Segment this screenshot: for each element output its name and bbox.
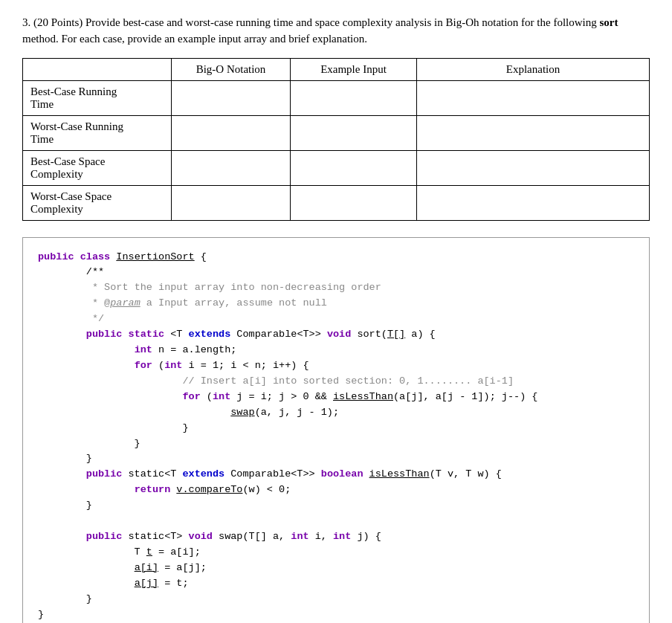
sort-keyword: sort [600,16,618,28]
col-header-bigoh: Big-O Notation [172,58,291,80]
row-explanation-worst-time [417,115,650,150]
row-label-best-space: Best-Case SpaceComplexity [23,150,172,185]
table-header-row: Big-O Notation Example Input Explanation [23,58,650,80]
question-points: (20 Points) [33,16,83,28]
table-row: Best-Case SpaceComplexity [23,150,650,185]
row-bigoh-worst-space [172,185,291,220]
row-explanation-best-time [417,80,650,115]
complexity-table: Big-O Notation Example Input Explanation… [22,58,650,221]
row-explanation-worst-space [417,185,650,220]
row-label-worst-space: Worst-Case SpaceComplexity [23,185,172,220]
row-example-worst-space [291,185,417,220]
row-label-best-time: Best-Case RunningTime [23,80,172,115]
row-label-worst-time: Worst-Case RunningTime [23,115,172,150]
code-block: public class InsertionSort { /** * Sort … [22,237,650,624]
row-example-best-space [291,150,417,185]
question-text-part2: method. For each case, provide an exampl… [22,33,367,45]
question-text-part1: Provide best-case and worst-case running… [85,16,600,28]
question-text: 3. (20 Points) Provide best-case and wor… [22,15,650,48]
table-row: Worst-Case RunningTime [23,115,650,150]
row-explanation-best-space [417,150,650,185]
col-header-empty [23,58,172,80]
col-header-explanation: Explanation [417,58,650,80]
row-bigoh-best-time [172,80,291,115]
col-header-example: Example Input [291,58,417,80]
row-bigoh-worst-time [172,115,291,150]
table-row: Best-Case RunningTime [23,80,650,115]
table-row: Worst-Case SpaceComplexity [23,185,650,220]
row-example-best-time [291,80,417,115]
question-number: 3. [22,16,30,28]
row-example-worst-time [291,115,417,150]
row-bigoh-best-space [172,150,291,185]
